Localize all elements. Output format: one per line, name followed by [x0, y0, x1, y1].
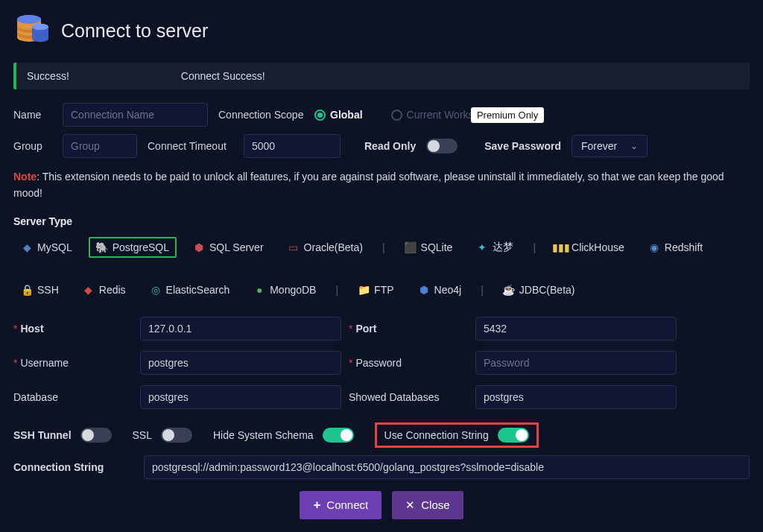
type-divider: |: [478, 284, 487, 296]
type-divider: |: [379, 241, 388, 253]
type-neo4j[interactable]: ⬢Neo4j: [411, 279, 469, 300]
scope-label: Connection Scope: [218, 109, 304, 121]
scope-global-radio[interactable]: Global: [314, 109, 363, 121]
password-input[interactable]: [475, 351, 677, 375]
svg-point-1: [17, 15, 41, 24]
readonly-toggle[interactable]: [426, 139, 458, 153]
server-type-list: ◆MySQL 🐘PostgreSQL ⬢SQL Server ▭Oracle(B…: [13, 233, 750, 308]
alert-status: Success!: [27, 70, 69, 82]
type-dm[interactable]: ✦达梦: [469, 236, 521, 259]
password-label: *Password: [349, 357, 475, 369]
savepw-select[interactable]: Forever ⌄: [572, 135, 648, 157]
username-label: *Username: [13, 357, 140, 369]
ssh-tunnel-label: SSH Tunnel: [13, 429, 72, 441]
hide-schema-toggle[interactable]: [323, 428, 354, 443]
type-redis[interactable]: ◆Redis: [75, 279, 133, 300]
use-connection-string-toggle[interactable]: [498, 428, 529, 443]
type-sqlserver[interactable]: ⬢SQL Server: [186, 237, 271, 258]
radio-checked-icon: [314, 110, 326, 121]
host-label: *Host: [13, 323, 140, 335]
page-title: Connect to server: [61, 20, 208, 42]
success-alert: Success! Connect Success!: [13, 63, 750, 89]
use-connection-string-label: Use Connection String: [384, 429, 489, 441]
username-input[interactable]: [140, 351, 341, 375]
connection-string-label: Connection String: [13, 455, 129, 473]
connection-string-input[interactable]: [144, 455, 750, 479]
scope-global-label: Global: [330, 109, 363, 121]
type-ftp[interactable]: 📁FTP: [350, 279, 401, 300]
group-input[interactable]: [63, 134, 137, 158]
type-ssh[interactable]: 🔒SSH: [13, 279, 66, 300]
connect-button[interactable]: + Connect: [300, 491, 382, 519]
hide-schema-label: Hide System Schema: [213, 429, 314, 441]
database-label: Database: [13, 391, 140, 403]
showed-db-input[interactable]: [475, 385, 677, 409]
showed-db-label: Showed Databases: [349, 391, 475, 403]
host-input[interactable]: [140, 317, 341, 341]
note-prefix: Note: [13, 171, 37, 183]
name-label: Name: [13, 109, 52, 121]
note-body: : This extension needs to be paid to unl…: [13, 171, 724, 199]
type-jdbc[interactable]: ☕JDBC(Beta): [496, 279, 583, 300]
type-clickhouse[interactable]: ▮▮▮ClickHouse: [548, 237, 632, 258]
group-label: Group: [13, 140, 52, 152]
type-redshift[interactable]: ◉Redshift: [641, 237, 710, 258]
premium-badge: Premium Only: [471, 107, 544, 123]
connection-form: *Host *Port *Username *Password Database…: [13, 317, 750, 409]
database-input[interactable]: [140, 385, 341, 409]
ssl-group: SSL: [133, 428, 192, 443]
chevron-down-icon: ⌄: [630, 141, 638, 151]
type-postgresql[interactable]: 🐘PostgreSQL: [89, 237, 177, 258]
alert-message: Connect Success!: [181, 70, 265, 82]
database-icon: [13, 13, 49, 48]
port-label: *Port: [349, 323, 475, 335]
timeout-input[interactable]: [244, 134, 341, 158]
plus-icon: +: [313, 498, 320, 513]
close-icon: ✕: [405, 498, 415, 512]
savepw-value: Forever: [581, 140, 617, 152]
server-type-label: Server Type: [13, 215, 750, 227]
savepw-label: Save Password: [484, 140, 561, 152]
type-mysql[interactable]: ◆MySQL: [13, 237, 80, 258]
ssh-tunnel-group: SSH Tunnel: [13, 428, 112, 443]
timeout-label: Connect Timeout: [148, 140, 233, 152]
svg-point-3: [32, 24, 48, 30]
type-divider: |: [530, 241, 539, 253]
type-sqlite[interactable]: ⬛SQLite: [397, 237, 460, 258]
type-mongodb[interactable]: ●MongoDB: [246, 279, 323, 300]
ssh-tunnel-toggle[interactable]: [80, 428, 112, 443]
port-input[interactable]: [475, 317, 677, 341]
dialog-header: Connect to server: [13, 7, 750, 60]
type-oracle[interactable]: ▭Oracle(Beta): [280, 237, 370, 258]
name-input[interactable]: [63, 103, 208, 127]
ssl-toggle[interactable]: [161, 428, 192, 443]
readonly-label: Read Only: [364, 140, 416, 152]
radio-unchecked-icon: [391, 110, 402, 121]
use-connection-string-group: Use Connection String: [375, 422, 539, 448]
ssl-label: SSL: [133, 429, 152, 441]
close-button[interactable]: ✕ Close: [392, 491, 463, 519]
type-es[interactable]: ◎ElasticSearch: [142, 279, 238, 300]
premium-note: Note: This extension needs to be paid to…: [13, 168, 750, 202]
hide-schema-group: Hide System Schema: [213, 428, 354, 443]
type-divider: |: [332, 284, 341, 296]
